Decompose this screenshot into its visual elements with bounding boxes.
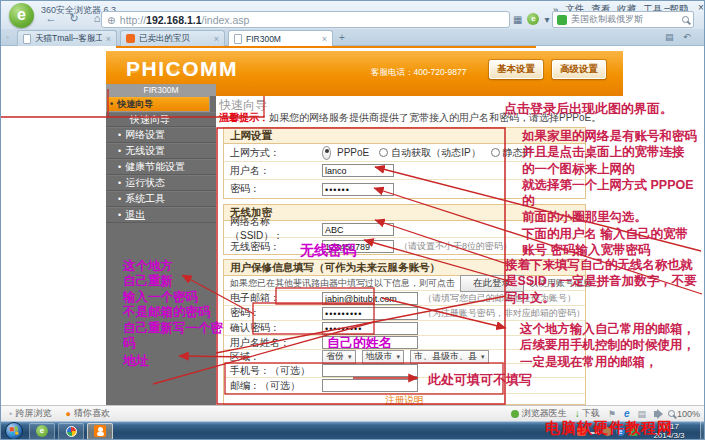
speed-mode-icon[interactable]: e <box>527 13 539 25</box>
guess-you-like-item[interactable]: ●猜你喜欢 <box>65 407 109 420</box>
field-hint: （请设置不小于8位的密码） <box>399 240 512 253</box>
account-password-input[interactable]: ••••••••• <box>322 307 418 320</box>
field-hint: （请填写您自己的邮箱地址作为账号） <box>423 292 576 305</box>
ball-icon <box>66 426 77 437</box>
province-select[interactable]: 省份▾ <box>322 350 356 364</box>
cross-screen-item[interactable]: ◔跨屏浏览 <box>7 407 51 420</box>
search-box[interactable]: 美国欲制裁俄罗斯 <box>552 11 694 28</box>
doctor-icon <box>511 410 519 418</box>
taskbar-wangwang-icon[interactable] <box>87 423 113 440</box>
county-select[interactable]: 市、县级市、县▾ <box>410 350 489 364</box>
sidebar-item-label: 快速向导 <box>117 96 153 112</box>
tray-wangwang-icon[interactable] <box>577 427 586 436</box>
radio-label[interactable]: 自动获取（动态IP） <box>391 146 480 160</box>
sidebar-item-status[interactable]: •运行状态 <box>106 175 216 191</box>
search-input[interactable]: 美国欲制裁俄罗斯 <box>571 13 678 26</box>
addressbar-extensions: ▦ e ▾ <box>513 13 549 25</box>
radio-label[interactable]: PPPoE <box>337 147 369 158</box>
zipcode-input[interactable] <box>322 379 418 392</box>
clock-time: 20:17 <box>645 422 693 431</box>
field-label: 密码： <box>230 306 322 320</box>
tray-contact-icon[interactable] <box>603 427 612 436</box>
row-confirm-password: 确认密码： ••••••••• <box>224 321 585 336</box>
bullet-icon: • <box>118 159 121 175</box>
field-hint: （为注册账号密码，非对应邮箱的密码） <box>423 307 585 320</box>
tab-tmall[interactable]: 天猫Tmall--客服工作平台 × <box>17 30 117 46</box>
sidebar-item-logout[interactable]: •退出 <box>106 207 216 223</box>
radio-pppoe[interactable] <box>322 146 331 160</box>
sidebar-item-eco[interactable]: •健康节能设置 <box>106 159 216 175</box>
wan-username-input[interactable]: lanco <box>322 164 394 177</box>
back-button[interactable]: ← <box>43 11 59 27</box>
tray-ie-icon[interactable]: e <box>616 427 625 436</box>
tray-360-icon[interactable] <box>629 427 638 436</box>
taskbar-antivirus-icon[interactable] <box>58 423 84 440</box>
mobile-input[interactable] <box>322 364 418 377</box>
taskbar: e e 20:17 2014/3/3 <box>1 421 705 440</box>
radio-static-ip[interactable] <box>491 148 500 157</box>
show-desktop-button[interactable] <box>700 421 705 440</box>
wan-password-input[interactable]: •••••• <box>322 183 394 196</box>
snapshot-icon[interactable]: ▤ <box>637 409 646 419</box>
ssid-input[interactable]: ABC <box>322 223 394 236</box>
bullet-icon: • <box>110 96 113 112</box>
status-label: 浏览器医生 <box>522 407 567 420</box>
ie-icon[interactable]: e <box>624 408 630 419</box>
flag-icon[interactable]: ⚑ <box>608 409 616 419</box>
speaker-icon[interactable] <box>654 411 659 417</box>
download-icon: ↓ <box>575 408 580 419</box>
field-label: 上网方式： <box>230 146 322 160</box>
city-select[interactable]: 地级市▾ <box>362 350 405 364</box>
chevron-down-icon[interactable]: ▾ <box>544 14 549 25</box>
status-bar: ◔跨屏浏览 ●猜你喜欢 浏览器医生 ↓下载 ⚑ e ▤ 100% <box>1 405 705 421</box>
tray-dash-icon[interactable] <box>590 432 599 434</box>
confirm-password-input[interactable]: ••••••••• <box>322 322 418 335</box>
basic-settings-button[interactable]: 基本设置 <box>489 60 543 79</box>
tab-list-icon[interactable]: ▤ <box>665 32 674 42</box>
refresh-button[interactable]: ↻ <box>66 11 82 27</box>
bullet-icon: • <box>118 191 121 207</box>
tab-close-icon[interactable]: × <box>106 34 111 44</box>
status-label: 猜你喜欢 <box>74 407 110 420</box>
sidebar-item-quick-wizard[interactable]: •快速向导 <box>106 96 210 112</box>
browser-doctor-item[interactable]: 浏览器医生 <box>511 407 567 420</box>
name-input[interactable] <box>322 336 418 349</box>
section-header: 上网设置 <box>224 128 585 144</box>
wireless-password-input[interactable]: 123456789 <box>322 240 394 253</box>
sidebar-item-tools[interactable]: •系统工具 <box>106 191 216 207</box>
field-label: 区域： <box>230 350 322 364</box>
tab-close-icon[interactable]: × <box>214 34 219 44</box>
zoom-control[interactable]: 100% <box>668 409 700 419</box>
screen: e 360安全浏览器 6.3 » 文件 查看 收藏 工具 帮助 – □ × ← … <box>0 0 705 440</box>
tab-fir300m[interactable]: FIR300M × <box>228 30 333 47</box>
advanced-settings-button[interactable]: 高级设置 <box>552 60 606 79</box>
address-bar[interactable]: ⊕ http://192.168.1.1/index.asp <box>101 11 510 28</box>
taskbar-360browser-icon[interactable]: e <box>29 423 55 440</box>
session-icon[interactable]: ◦ <box>6 33 9 42</box>
close-button[interactable]: × <box>695 2 705 13</box>
clock[interactable]: 20:17 2014/3/3 <box>645 422 693 440</box>
select-value: 市、县级市、县 <box>414 350 477 363</box>
new-tab-button[interactable]: + <box>339 32 345 43</box>
sidebar-subitem-quick-wizard[interactable]: 快速向导 <box>106 112 216 127</box>
sidebar-item-network[interactable]: •网络设置 <box>106 127 216 143</box>
login-here-button[interactable]: 在此登录 <box>460 275 524 292</box>
site-safety-icon[interactable]: ⊕ <box>107 14 116 26</box>
status-right: 浏览器医生 ↓下载 ⚑ e ▤ 100% <box>511 407 705 420</box>
bank-mode-icon[interactable]: ▦ <box>513 14 522 25</box>
search-icon[interactable] <box>682 16 689 23</box>
restore-tab-icon[interactable]: ↶ <box>683 32 691 42</box>
section-account: 用户保修信息填写（可作为未来云服务账号） 如果您已在其他斐讯路由器中填写过以下信… <box>223 259 586 405</box>
tab-sold-items[interactable]: 已卖出的宝贝 × <box>120 30 225 46</box>
radio-label[interactable]: 静态IP <box>503 146 532 160</box>
email-input[interactable]: jabin@bitubit.com <box>322 292 418 305</box>
tab-close-icon[interactable]: × <box>322 34 327 44</box>
radio-dynamic-ip[interactable] <box>379 148 388 157</box>
start-button[interactable] <box>5 422 23 440</box>
sidebar-item-label: 健康节能设置 <box>125 159 185 175</box>
sidebar-item-wireless[interactable]: •无线设置 <box>106 143 216 159</box>
download-item[interactable]: ↓下载 <box>575 407 600 420</box>
chevron-down-icon: ▾ <box>397 353 401 361</box>
row-login-intro: 如果您已在其他斐讯路由器中填写过以下信息，则可点击 在此登录 以使用账号信息 <box>224 276 585 291</box>
row-name: 用户名姓名： <box>224 336 585 350</box>
